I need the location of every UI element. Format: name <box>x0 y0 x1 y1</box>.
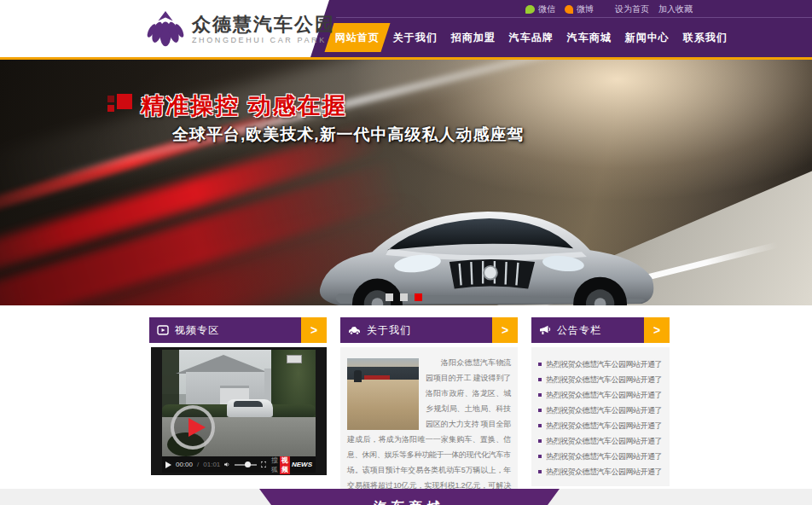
weibo-icon <box>565 5 573 14</box>
logo-text: 众德慧汽车公园 ZHONGDEHUI CAR PARK <box>192 14 335 44</box>
bullet-icon <box>538 393 542 397</box>
hero-banner[interactable]: 精准操控 动感在握 全球平台,欧美技术,新一代中高级私人动感座驾 <box>0 60 812 305</box>
bullet-icon <box>538 409 542 412</box>
car-icon <box>348 325 361 335</box>
hero-subline: 全球平台,欧美技术,新一代中高级私人动感座驾 <box>172 124 525 146</box>
site-title: 众德慧汽车公园 <box>192 14 335 36</box>
fullscreen-icon[interactable] <box>261 461 266 468</box>
notice-item[interactable]: 热烈祝贺众德慧汽车公园网站开通了！ <box>538 449 663 464</box>
sohu-brand: 搜狐 视频 NEWS <box>271 456 312 474</box>
nav-item-label: 关于我们 <box>393 31 438 45</box>
nav-item-news[interactable]: 新闻中心 <box>614 23 680 52</box>
set-home-label: 设为首页 <box>615 3 649 15</box>
sohu-label: 搜狐 <box>271 456 278 474</box>
video-player[interactable]: 00:00 / 01:01 搜狐 视频 NEWS <box>151 347 327 475</box>
play-button[interactable] <box>171 405 215 450</box>
footer-section-title: 汽车商城 <box>252 499 567 505</box>
notice-text: 热烈祝贺众德慧汽车公园网站开通了！ <box>546 374 663 386</box>
video-icon <box>157 325 169 335</box>
nav-item-label: 汽车品牌 <box>509 31 554 45</box>
slider-dot-1[interactable] <box>386 293 393 301</box>
nav-item-label: 招商加盟 <box>451 31 496 45</box>
wechat-link[interactable]: 微信 <box>525 3 555 15</box>
about-section-header: 关于我们 > <box>340 317 518 343</box>
notice-item[interactable]: 热烈祝贺众德慧汽车公园网站开通了！ <box>538 418 663 433</box>
video-section-header: 视频专区 > <box>149 317 327 343</box>
sohu-tv-badge: 视频 <box>280 456 290 474</box>
notice-more-arrow[interactable]: > <box>644 317 670 343</box>
street-sign <box>287 355 302 363</box>
add-favorite-label: 加入收藏 <box>658 3 693 15</box>
time-current: 00:00 <box>176 461 193 468</box>
megaphone-icon <box>539 325 551 335</box>
nav-item-about[interactable]: 关于我们 <box>382 23 448 52</box>
notice-text: 热烈祝贺众德慧汽车公园网站开通了！ <box>546 390 663 401</box>
video-more-arrow[interactable]: > <box>301 317 327 343</box>
notice-item[interactable]: 热烈祝贺众德慧汽车公园网站开通了！ <box>538 403 663 418</box>
red-squares-icon <box>107 94 133 118</box>
nav-item-join[interactable]: 招商加盟 <box>440 23 506 52</box>
control-play-icon[interactable] <box>165 461 171 468</box>
hero-text-block: 精准操控 动感在握 全球平台,欧美技术,新一代中高级私人动感座驾 <box>107 90 525 146</box>
bullet-icon <box>538 363 542 366</box>
about-more-arrow[interactable]: > <box>492 317 518 343</box>
notice-section-header: 公告专栏 > <box>531 317 670 343</box>
slider-dots <box>386 293 422 301</box>
slider-knob[interactable] <box>245 461 251 467</box>
hero-headline: 精准操控 动感在握 <box>141 90 347 121</box>
add-favorite-link[interactable]: 加入收藏 <box>658 3 693 15</box>
bullet-icon <box>538 439 542 443</box>
volume-slider[interactable] <box>235 464 257 466</box>
car-image <box>305 172 674 305</box>
notice-item[interactable]: 热烈祝贺众德慧汽车公园网站开通了！ <box>538 464 663 479</box>
topbar-links: 微信 微博 设为首页 加入收藏 <box>525 3 693 15</box>
notice-item[interactable]: 热烈祝贺众德慧汽车公园网站开通了！ <box>538 387 663 403</box>
nav-item-label: 联系我们 <box>683 31 728 45</box>
main-nav: 网站首页 关于我们 招商加盟 汽车品牌 汽车商城 新闻中心 联系我们 <box>329 23 735 52</box>
header-bar: 微信 微博 设为首页 加入收藏 网站首页 关于我们 招商加盟 汽车品牌 汽车商城… <box>299 0 812 57</box>
nav-item-mall[interactable]: 汽车商城 <box>556 23 622 52</box>
set-home-link[interactable]: 设为首页 <box>615 3 649 15</box>
notice-section-title: 公告专栏 <box>557 323 601 338</box>
notice-text: 热烈祝贺众德慧汽车公园网站开通了！ <box>546 436 663 447</box>
nav-item-brands[interactable]: 汽车品牌 <box>498 23 564 52</box>
about-content: 洛阳众德慧汽车物流园项目的开工 建设得到了洛阳市政府、洛龙区、城乡规划局、土地局… <box>340 347 518 505</box>
nav-item-label: 新闻中心 <box>625 31 670 45</box>
time-total: 01:01 <box>203 461 220 468</box>
weibo-label: 微博 <box>577 3 594 15</box>
weibo-link[interactable]: 微博 <box>565 3 594 15</box>
logo-emblem-icon <box>146 9 185 49</box>
slider-dot-3-active[interactable] <box>415 293 422 301</box>
slider-dot-2[interactable] <box>400 293 408 301</box>
notice-list: 热烈祝贺众德慧汽车公园网站开通了！ 热烈祝贺众德慧汽车公园网站开通了！ 热烈祝贺… <box>531 347 670 486</box>
notice-item[interactable]: 热烈祝贺众德慧汽车公园网站开通了！ <box>538 372 663 387</box>
notice-text: 热烈祝贺众德慧汽车公园网站开通了！ <box>546 467 663 478</box>
wechat-icon <box>525 5 535 14</box>
news-label: NEWS <box>292 461 312 468</box>
notice-item[interactable]: 热烈祝贺众德慧汽车公园网站开通了！ <box>538 433 663 449</box>
site-subtitle: ZHONGDEHUI CAR PARK <box>192 36 335 44</box>
about-section-title: 关于我们 <box>367 323 411 338</box>
volume-icon[interactable] <box>224 461 230 468</box>
bullet-icon <box>538 424 542 427</box>
nav-item-label: 汽车商城 <box>567 31 612 45</box>
video-thumbnail <box>162 350 316 456</box>
page: 微信 微博 设为首页 加入收藏 网站首页 关于我们 招商加盟 汽车品牌 汽车商城… <box>0 0 812 505</box>
footer-section-banner: 汽车商城 <box>252 489 567 505</box>
gold-divider <box>0 57 812 60</box>
time-separator: / <box>197 461 199 468</box>
bullet-icon <box>538 378 542 381</box>
bullet-icon <box>538 470 542 473</box>
wechat-label: 微信 <box>538 3 555 15</box>
topbar-divider <box>336 17 812 18</box>
about-photo <box>347 358 419 430</box>
bullet-icon <box>538 455 542 458</box>
notice-text: 热烈祝贺众德慧汽车公园网站开通了！ <box>546 451 663 462</box>
notice-text: 热烈祝贺众德慧汽车公园网站开通了！ <box>546 421 663 432</box>
site-logo[interactable]: 众德慧汽车公园 ZHONGDEHUI CAR PARK <box>146 9 335 49</box>
video-controls: 00:00 / 01:01 搜狐 视频 NEWS <box>162 456 316 473</box>
nav-item-label: 网站首页 <box>335 31 380 45</box>
video-section-title: 视频专区 <box>175 323 219 338</box>
nav-item-contact[interactable]: 联系我们 <box>672 23 738 52</box>
notice-item[interactable]: 热烈祝贺众德慧汽车公园网站开通了！ <box>538 357 663 372</box>
